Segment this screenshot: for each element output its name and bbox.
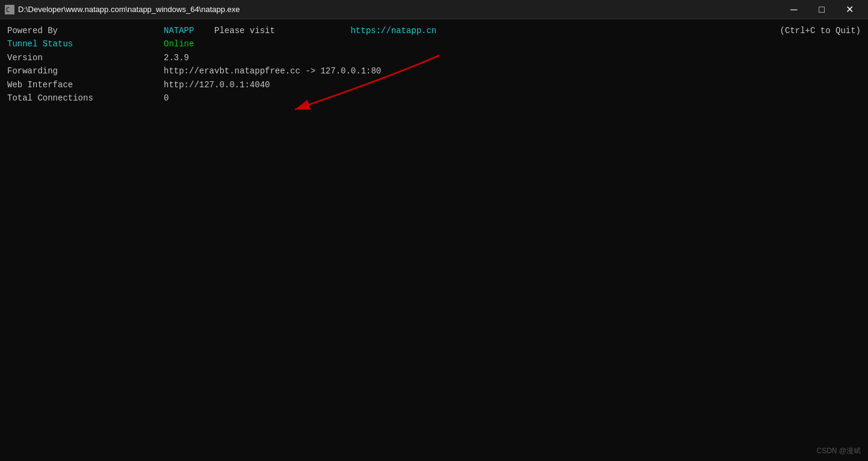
- connections-value: 0: [164, 91, 169, 105]
- maximize-button[interactable]: □: [808, 0, 835, 19]
- version-label: Version: [7, 51, 164, 64]
- connections-label: Total Connections: [7, 91, 164, 105]
- forwarding-line: Forwarding http://eravbt.natappfree.cc -…: [7, 64, 861, 78]
- titlebar-left: C D:\Developer\www.natapp.com\natapp_win…: [5, 5, 240, 14]
- powered-brand: NATAPP: [164, 24, 194, 37]
- connections-line: Total Connections 0: [7, 91, 861, 105]
- powered-spacer: Please visit: [194, 24, 350, 37]
- powered-prefix: Powered By: [7, 24, 164, 37]
- terminal-window: Powered By NATAPP Please visit https://n…: [0, 19, 868, 461]
- window-controls: ─ □ ✕: [780, 0, 863, 19]
- watermark: CSDN @漫斌: [816, 446, 861, 456]
- webinterface-value: http://127.0.0.1:4040: [164, 78, 270, 91]
- tunnel-label: Tunnel Status: [7, 37, 164, 51]
- close-button[interactable]: ✕: [835, 0, 863, 19]
- forwarding-value: http://eravbt.natappfree.cc -> 127.0.0.1…: [164, 64, 381, 78]
- forwarding-label: Forwarding: [7, 64, 164, 78]
- tunnel-status-line: Tunnel Status Online: [7, 37, 861, 51]
- svg-text:C: C: [6, 7, 10, 13]
- tunnel-value: Online: [164, 37, 194, 51]
- minimize-button[interactable]: ─: [780, 0, 808, 19]
- powered-left: Powered By NATAPP Please visit https://n…: [7, 24, 436, 37]
- quit-hint: (Ctrl+C to Quit): [780, 24, 861, 37]
- window-title: D:\Developer\www.natapp.com\natapp_windo…: [18, 5, 240, 14]
- version-value: 2.3.9: [164, 51, 189, 64]
- webinterface-line: Web Interface http://127.0.0.1:4040: [7, 78, 861, 91]
- powered-line: Powered By NATAPP Please visit https://n…: [7, 24, 861, 37]
- version-line: Version 2.3.9: [7, 51, 861, 64]
- webinterface-label: Web Interface: [7, 78, 164, 91]
- powered-url: https://natapp.cn: [350, 24, 436, 37]
- titlebar: C D:\Developer\www.natapp.com\natapp_win…: [0, 0, 868, 19]
- terminal-icon: C: [5, 5, 14, 14]
